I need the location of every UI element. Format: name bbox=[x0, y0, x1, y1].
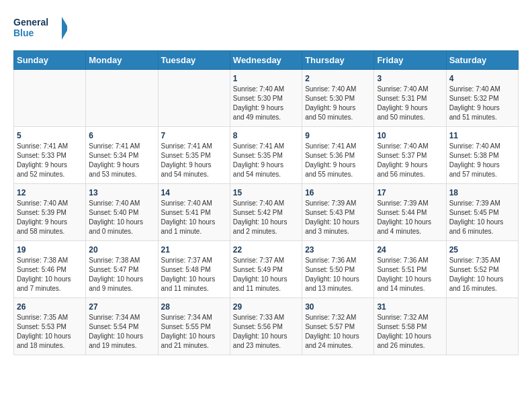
day-info: Sunrise: 7:32 AM Sunset: 5:57 PM Dayligh… bbox=[305, 313, 371, 351]
day-info: Sunrise: 7:41 AM Sunset: 5:33 PM Dayligh… bbox=[17, 142, 83, 179]
header-cell-thursday: Thursday bbox=[302, 51, 374, 70]
day-info: Sunrise: 7:40 AM Sunset: 5:42 PM Dayligh… bbox=[233, 199, 299, 236]
day-number: 9 bbox=[305, 131, 371, 140]
day-number: 11 bbox=[449, 131, 515, 140]
day-info: Sunrise: 7:35 AM Sunset: 5:52 PM Dayligh… bbox=[449, 256, 515, 293]
day-cell bbox=[158, 70, 230, 127]
day-number: 16 bbox=[305, 188, 371, 197]
day-number: 5 bbox=[17, 131, 83, 140]
day-info: Sunrise: 7:41 AM Sunset: 5:35 PM Dayligh… bbox=[233, 142, 299, 179]
day-number: 2 bbox=[305, 74, 371, 83]
day-cell: 29Sunrise: 7:33 AM Sunset: 5:56 PM Dayli… bbox=[230, 298, 302, 355]
logo-svg: General Blue bbox=[13, 13, 67, 44]
day-cell: 27Sunrise: 7:34 AM Sunset: 5:54 PM Dayli… bbox=[86, 298, 158, 355]
day-number: 19 bbox=[17, 245, 83, 255]
day-info: Sunrise: 7:39 AM Sunset: 5:45 PM Dayligh… bbox=[449, 199, 515, 236]
logo: General Blue bbox=[13, 13, 67, 44]
day-cell: 6Sunrise: 7:41 AM Sunset: 5:34 PM Daylig… bbox=[86, 127, 158, 184]
day-number: 18 bbox=[449, 188, 515, 197]
day-info: Sunrise: 7:40 AM Sunset: 5:39 PM Dayligh… bbox=[17, 199, 83, 236]
header-cell-friday: Friday bbox=[374, 51, 446, 70]
day-cell: 8Sunrise: 7:41 AM Sunset: 5:35 PM Daylig… bbox=[230, 127, 302, 184]
day-number: 1 bbox=[233, 74, 299, 83]
day-number: 24 bbox=[377, 245, 443, 255]
header-cell-wednesday: Wednesday bbox=[230, 51, 302, 70]
day-cell: 5Sunrise: 7:41 AM Sunset: 5:33 PM Daylig… bbox=[14, 127, 86, 184]
day-info: Sunrise: 7:35 AM Sunset: 5:53 PM Dayligh… bbox=[17, 313, 83, 351]
day-info: Sunrise: 7:41 AM Sunset: 5:34 PM Dayligh… bbox=[89, 142, 154, 179]
day-info: Sunrise: 7:37 AM Sunset: 5:49 PM Dayligh… bbox=[233, 256, 299, 293]
day-number: 17 bbox=[377, 188, 443, 197]
day-number: 13 bbox=[89, 188, 154, 197]
day-cell: 11Sunrise: 7:40 AM Sunset: 5:38 PM Dayli… bbox=[446, 127, 518, 184]
day-number: 26 bbox=[17, 302, 83, 312]
day-cell bbox=[86, 70, 158, 127]
day-cell: 25Sunrise: 7:35 AM Sunset: 5:52 PM Dayli… bbox=[446, 241, 518, 298]
day-cell: 28Sunrise: 7:34 AM Sunset: 5:55 PM Dayli… bbox=[158, 298, 230, 355]
day-cell: 20Sunrise: 7:38 AM Sunset: 5:47 PM Dayli… bbox=[86, 241, 158, 298]
week-row-3: 12Sunrise: 7:40 AM Sunset: 5:39 PM Dayli… bbox=[14, 184, 519, 241]
day-number: 12 bbox=[17, 188, 83, 197]
day-number: 27 bbox=[89, 302, 154, 312]
day-cell: 14Sunrise: 7:40 AM Sunset: 5:41 PM Dayli… bbox=[158, 184, 230, 241]
day-number: 29 bbox=[233, 302, 299, 312]
svg-text:General: General bbox=[13, 17, 48, 28]
day-number: 31 bbox=[377, 302, 443, 312]
week-row-5: 26Sunrise: 7:35 AM Sunset: 5:53 PM Dayli… bbox=[14, 298, 519, 355]
day-cell: 21Sunrise: 7:37 AM Sunset: 5:48 PM Dayli… bbox=[158, 241, 230, 298]
day-info: Sunrise: 7:39 AM Sunset: 5:43 PM Dayligh… bbox=[305, 199, 371, 236]
calendar-table: SundayMondayTuesdayWednesdayThursdayFrid… bbox=[13, 50, 519, 355]
day-info: Sunrise: 7:40 AM Sunset: 5:37 PM Dayligh… bbox=[377, 142, 443, 179]
day-info: Sunrise: 7:38 AM Sunset: 5:46 PM Dayligh… bbox=[17, 256, 83, 293]
day-cell: 31Sunrise: 7:32 AM Sunset: 5:58 PM Dayli… bbox=[374, 298, 446, 355]
day-cell: 7Sunrise: 7:41 AM Sunset: 5:35 PM Daylig… bbox=[158, 127, 230, 184]
day-info: Sunrise: 7:33 AM Sunset: 5:56 PM Dayligh… bbox=[233, 313, 299, 351]
day-number: 7 bbox=[161, 131, 227, 140]
day-cell: 16Sunrise: 7:39 AM Sunset: 5:43 PM Dayli… bbox=[302, 184, 374, 241]
day-info: Sunrise: 7:40 AM Sunset: 5:38 PM Dayligh… bbox=[449, 142, 515, 179]
day-number: 15 bbox=[233, 188, 299, 197]
day-number: 25 bbox=[449, 245, 515, 255]
day-number: 23 bbox=[305, 245, 371, 255]
day-number: 4 bbox=[449, 74, 515, 83]
day-cell: 26Sunrise: 7:35 AM Sunset: 5:53 PM Dayli… bbox=[14, 298, 86, 355]
week-row-1: 1Sunrise: 7:40 AM Sunset: 5:30 PM Daylig… bbox=[14, 70, 519, 127]
day-cell: 17Sunrise: 7:39 AM Sunset: 5:44 PM Dayli… bbox=[374, 184, 446, 241]
day-cell: 2Sunrise: 7:40 AM Sunset: 5:30 PM Daylig… bbox=[302, 70, 374, 127]
calendar-body: 1Sunrise: 7:40 AM Sunset: 5:30 PM Daylig… bbox=[14, 70, 519, 355]
day-info: Sunrise: 7:34 AM Sunset: 5:54 PM Dayligh… bbox=[89, 313, 154, 351]
day-info: Sunrise: 7:41 AM Sunset: 5:35 PM Dayligh… bbox=[161, 142, 227, 179]
day-cell: 9Sunrise: 7:41 AM Sunset: 5:36 PM Daylig… bbox=[302, 127, 374, 184]
day-info: Sunrise: 7:40 AM Sunset: 5:32 PM Dayligh… bbox=[449, 85, 515, 122]
day-number: 3 bbox=[377, 74, 443, 83]
day-cell: 10Sunrise: 7:40 AM Sunset: 5:37 PM Dayli… bbox=[374, 127, 446, 184]
day-info: Sunrise: 7:32 AM Sunset: 5:58 PM Dayligh… bbox=[377, 313, 443, 351]
day-cell: 19Sunrise: 7:38 AM Sunset: 5:46 PM Dayli… bbox=[14, 241, 86, 298]
day-cell bbox=[446, 298, 518, 355]
day-info: Sunrise: 7:40 AM Sunset: 5:41 PM Dayligh… bbox=[161, 199, 227, 236]
day-number: 28 bbox=[161, 302, 227, 312]
week-row-2: 5Sunrise: 7:41 AM Sunset: 5:33 PM Daylig… bbox=[14, 127, 519, 184]
day-number: 20 bbox=[89, 245, 154, 255]
day-cell: 23Sunrise: 7:36 AM Sunset: 5:50 PM Dayli… bbox=[302, 241, 374, 298]
day-info: Sunrise: 7:40 AM Sunset: 5:30 PM Dayligh… bbox=[305, 85, 371, 122]
day-cell: 15Sunrise: 7:40 AM Sunset: 5:42 PM Dayli… bbox=[230, 184, 302, 241]
day-number: 8 bbox=[233, 131, 299, 140]
day-cell: 12Sunrise: 7:40 AM Sunset: 5:39 PM Dayli… bbox=[14, 184, 86, 241]
day-info: Sunrise: 7:36 AM Sunset: 5:50 PM Dayligh… bbox=[305, 256, 371, 293]
day-cell: 13Sunrise: 7:40 AM Sunset: 5:40 PM Dayli… bbox=[86, 184, 158, 241]
header-cell-monday: Monday bbox=[86, 51, 158, 70]
day-info: Sunrise: 7:37 AM Sunset: 5:48 PM Dayligh… bbox=[161, 256, 227, 293]
day-cell: 3Sunrise: 7:40 AM Sunset: 5:31 PM Daylig… bbox=[374, 70, 446, 127]
week-row-4: 19Sunrise: 7:38 AM Sunset: 5:46 PM Dayli… bbox=[14, 241, 519, 298]
day-cell: 4Sunrise: 7:40 AM Sunset: 5:32 PM Daylig… bbox=[446, 70, 518, 127]
day-cell: 30Sunrise: 7:32 AM Sunset: 5:57 PM Dayli… bbox=[302, 298, 374, 355]
svg-marker-2 bbox=[62, 17, 67, 40]
day-info: Sunrise: 7:40 AM Sunset: 5:30 PM Dayligh… bbox=[233, 85, 299, 122]
day-number: 14 bbox=[161, 188, 227, 197]
day-info: Sunrise: 7:34 AM Sunset: 5:55 PM Dayligh… bbox=[161, 313, 227, 351]
header-cell-saturday: Saturday bbox=[446, 51, 518, 70]
day-cell: 22Sunrise: 7:37 AM Sunset: 5:49 PM Dayli… bbox=[230, 241, 302, 298]
day-info: Sunrise: 7:40 AM Sunset: 5:31 PM Dayligh… bbox=[377, 85, 443, 122]
day-cell: 1Sunrise: 7:40 AM Sunset: 5:30 PM Daylig… bbox=[230, 70, 302, 127]
